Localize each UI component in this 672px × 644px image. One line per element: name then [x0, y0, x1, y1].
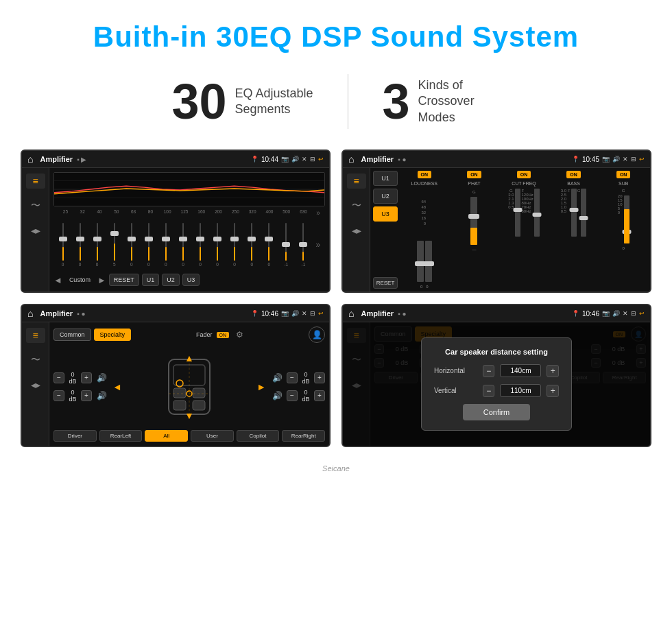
back-icon-2[interactable]: ↩: [639, 156, 645, 163]
nav-up[interactable]: ▲: [184, 353, 194, 363]
slider-14[interactable]: -1: [296, 223, 311, 267]
db-minus-fr[interactable]: −: [287, 372, 298, 383]
home-icon-3[interactable]: ⌂: [27, 308, 33, 319]
db-row-rr: 🔊 − 0 dB +: [270, 389, 325, 403]
slider-3[interactable]: 5: [106, 223, 122, 267]
wave-icon-3[interactable]: 〜: [26, 353, 45, 368]
u2-btn-1[interactable]: U2: [162, 274, 180, 286]
confirm-button[interactable]: Confirm: [463, 404, 531, 420]
car-diagram: ▲ ▼ ◄ ►: [112, 353, 266, 421]
back-icon-4[interactable]: ↩: [639, 310, 645, 317]
slider-2[interactable]: 0: [89, 223, 105, 267]
rear-left-btn[interactable]: RearLeft: [99, 430, 143, 442]
nav-right[interactable]: ►: [256, 381, 266, 392]
screen-2-crossover: ⌂ Amplifier ▪ ● 📍 10:45 📷 🔊 ✕ ⊟ ↩ ≡ 〜 ◂▸: [341, 150, 651, 293]
slider-7[interactable]: 0: [175, 223, 191, 267]
user-btn[interactable]: User: [191, 430, 234, 442]
preset-u1[interactable]: U1: [373, 171, 398, 186]
u1-btn-1[interactable]: U1: [142, 274, 160, 286]
expand-icon[interactable]: »: [313, 240, 324, 250]
db-plus-rl[interactable]: +: [81, 390, 92, 401]
band-labels: 25 32 40 50 63 80 100 125 160 200 250 32…: [53, 209, 325, 217]
slider-5[interactable]: 0: [141, 223, 156, 267]
preset-u3[interactable]: U3: [373, 206, 398, 222]
rear-right-btn[interactable]: RearRight: [282, 430, 325, 442]
slider-1[interactable]: 0: [72, 223, 88, 267]
cx-band-bass: ON BASS 3.0 2.5 2.0 1.5 1.0 0.5: [550, 171, 598, 289]
db-plus-rr[interactable]: +: [314, 390, 325, 401]
screen3-fader-main: Common Specialty Fader ON ⚙ 👤 − 0 dB: [49, 322, 329, 446]
vol-icon-2[interactable]: ◂▸: [347, 223, 366, 238]
reset-btn-1[interactable]: RESET: [109, 274, 139, 286]
back-icon-3[interactable]: ↩: [318, 310, 324, 317]
home-icon-4[interactable]: ⌂: [348, 308, 354, 319]
location-icon-3: 📍: [251, 310, 259, 317]
speaker-icon-rl: 🔊: [95, 389, 108, 403]
cutfreq-toggle[interactable]: ON: [517, 171, 531, 178]
copilot-btn[interactable]: Copilot: [237, 430, 280, 442]
eq-stat: 30 EQ AdjustableSegments: [137, 77, 347, 126]
preset-u2[interactable]: U2: [373, 189, 398, 204]
page-header: Buith-in 30EQ DSP Sound System: [0, 0, 672, 67]
person-icon[interactable]: 👤: [309, 326, 325, 343]
horizontal-row: Horizontal − 140cm +: [434, 364, 559, 377]
cx-band-sub: ON SUB G 20 15 10 5 0: [599, 171, 647, 289]
home-icon-2[interactable]: ⌂: [348, 154, 354, 165]
eq-icon-1[interactable]: ≡: [26, 174, 45, 189]
db-plus-fr[interactable]: +: [314, 372, 325, 383]
wave-icon-1[interactable]: 〜: [26, 198, 45, 213]
eq-icon-3[interactable]: ≡: [26, 328, 45, 343]
nav-down[interactable]: ▼: [184, 410, 194, 421]
u3-btn-1[interactable]: U3: [182, 274, 200, 286]
db-minus-rl[interactable]: −: [53, 390, 64, 401]
driver-btn[interactable]: Driver: [53, 430, 97, 442]
vol-icon-3[interactable]: ◂▸: [26, 377, 45, 392]
vol-icon-1[interactable]: ◂▸: [26, 223, 45, 238]
horizontal-minus[interactable]: −: [483, 365, 495, 377]
back-icon-1[interactable]: ↩: [318, 156, 324, 163]
loudness-toggle[interactable]: ON: [418, 171, 432, 178]
horizontal-plus[interactable]: +: [547, 365, 559, 377]
screen3-top: Common Specialty Fader ON ⚙ 👤: [53, 326, 325, 343]
slider-10[interactable]: 0: [227, 223, 243, 267]
x-icon-3: ✕: [302, 310, 307, 317]
window-icon-4: ⊟: [631, 310, 636, 317]
phat-toggle[interactable]: ON: [467, 171, 481, 178]
common-btn[interactable]: Common: [53, 329, 91, 341]
volume-icon-2: 🔊: [612, 156, 620, 163]
all-btn[interactable]: All: [145, 430, 188, 442]
wave-icon-2[interactable]: 〜: [347, 198, 366, 213]
slider-13[interactable]: -1: [278, 223, 294, 267]
slider-11[interactable]: 0: [244, 223, 260, 267]
slider-8[interactable]: 0: [193, 223, 208, 267]
slider-6[interactable]: 0: [158, 223, 173, 267]
vertical-minus[interactable]: −: [483, 385, 495, 397]
prev-btn[interactable]: ◄: [53, 275, 62, 285]
home-icon-1[interactable]: ⌂: [27, 154, 33, 165]
db-minus-fl[interactable]: −: [53, 372, 64, 383]
distance-dialog: Car speaker distance setting Horizontal …: [421, 337, 572, 431]
db-minus-rr[interactable]: −: [287, 390, 298, 401]
horizontal-value[interactable]: 140cm: [500, 364, 541, 377]
cx-band-cutfreq: ON CUT FREQ G 3.0 2.1 1.3 0.5: [500, 171, 548, 289]
status-bar-4: ⌂ Amplifier ▪ ● 📍 10:46 📷 🔊 ✕ ⊟ ↩: [343, 305, 650, 322]
db-plus-fl[interactable]: +: [81, 372, 92, 383]
reset-btn-cx[interactable]: RESET: [373, 277, 398, 289]
crossover-bands: ON LOUDNESS 64 48 32 16 0: [400, 171, 647, 289]
eq-label: EQ AdjustableSegments: [235, 86, 313, 118]
screen1-status-icons: 📍 10:44 📷 🔊 ✕ ⊟ ↩: [251, 156, 324, 163]
bass-toggle[interactable]: ON: [566, 171, 581, 178]
next-btn[interactable]: ►: [97, 275, 106, 285]
slider-12[interactable]: 0: [261, 223, 277, 267]
nav-left[interactable]: ◄: [112, 381, 122, 392]
db-value-rr: 0 dB: [300, 389, 311, 403]
fader-on[interactable]: ON: [217, 332, 230, 338]
sub-toggle[interactable]: ON: [616, 171, 631, 178]
vertical-plus[interactable]: +: [547, 385, 559, 397]
vertical-value[interactable]: 110cm: [500, 384, 541, 397]
specialty-btn[interactable]: Specialty: [94, 329, 132, 341]
slider-0[interactable]: 0: [55, 223, 71, 267]
eq-icon-2[interactable]: ≡: [347, 174, 366, 189]
slider-4[interactable]: 0: [123, 223, 139, 267]
slider-9[interactable]: 0: [210, 223, 226, 267]
